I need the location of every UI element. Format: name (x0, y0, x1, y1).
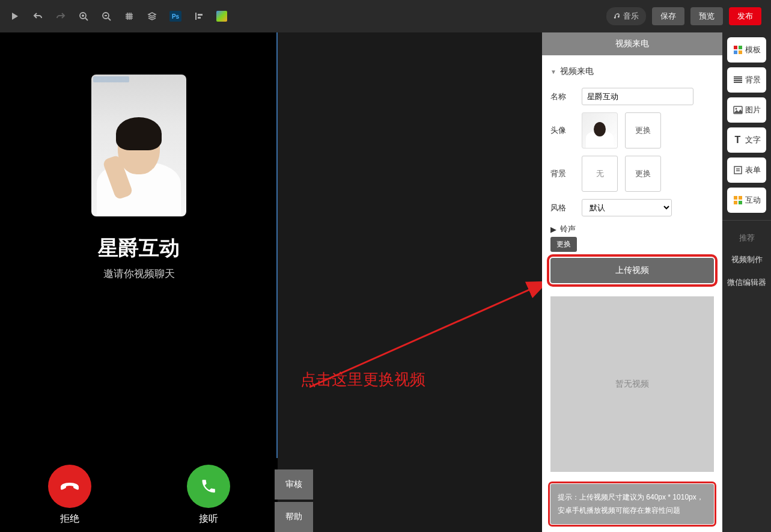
avatar-thumbnail[interactable] (582, 112, 618, 148)
toolbar-icons-group: Ps (10, 11, 227, 22)
phone-preview[interactable]: 星爵互动 邀请你视频聊天 (0, 32, 278, 489)
recommend-label: 推荐 (722, 228, 771, 248)
section-toggle[interactable]: ▼视频来电 (550, 63, 714, 81)
canvas-area: 星爵互动 邀请你视频聊天 拒绝 接听 点击这里更换视频 审核 帮助 (0, 32, 542, 532)
help-button[interactable]: 帮助 (275, 502, 313, 532)
undo-icon[interactable] (32, 11, 43, 22)
sidebar-item-background[interactable]: 背景 (727, 67, 766, 93)
reject-button[interactable] (48, 465, 91, 508)
avatar-row: 头像 更换 (550, 112, 714, 148)
section-title-text: 视频来电 (560, 66, 594, 77)
sidebar-item-interact[interactable]: 互动 (727, 188, 766, 213)
avatar-change-button[interactable]: 更换 (625, 112, 661, 148)
name-input[interactable] (582, 88, 693, 105)
zoom-out-icon[interactable] (101, 11, 112, 22)
background-none-box[interactable]: 无 (582, 156, 618, 192)
right-sidebar: 模板 背景 图片 T文字 表单 互动 推荐 视频制作 微信编辑器 (722, 32, 771, 532)
style-row: 风格 默认 (550, 199, 714, 216)
align-icon[interactable] (194, 11, 204, 22)
name-label: 名称 (550, 91, 574, 102)
preview-button[interactable]: 预览 (690, 7, 723, 25)
hangup-icon (59, 482, 80, 491)
toolbar-right-group: 音乐 保存 预览 发布 (606, 7, 761, 25)
ringtone-row[interactable]: ▶铃声 (550, 224, 714, 234)
review-button[interactable]: 审核 (275, 469, 313, 500)
text-icon: T (733, 135, 743, 145)
sidebar-item-image[interactable]: 图片 (727, 97, 766, 123)
redo-icon (55, 11, 66, 22)
form-icon (733, 165, 743, 175)
call-buttons-bar: 拒绝 接听 (0, 458, 278, 532)
svg-point-9 (735, 108, 737, 110)
music-label: 音乐 (623, 11, 639, 22)
play-icon[interactable] (10, 11, 20, 22)
style-label: 风格 (550, 203, 574, 213)
ringtone-label: 铃声 (560, 224, 576, 234)
panel-header: 视频来电 (542, 32, 722, 55)
sidebar-item-template[interactable]: 模板 (727, 37, 766, 63)
grid-icon[interactable] (124, 11, 135, 22)
template-icon (733, 45, 743, 55)
annotation-text: 点击这里更换视频 (300, 369, 425, 390)
svg-line-3 (309, 282, 547, 387)
sidebar-label: 模板 (745, 44, 761, 55)
accept-label: 接听 (199, 513, 218, 525)
svg-rect-12 (739, 196, 742, 200)
ps-icon[interactable]: Ps (169, 11, 181, 22)
interact-icon (733, 195, 743, 205)
zoom-in-icon[interactable] (78, 11, 89, 22)
accept-button[interactable] (187, 465, 230, 508)
style-select[interactable]: 默认 (582, 199, 672, 216)
publish-button[interactable]: 发布 (729, 7, 761, 25)
sidebar-label: 图片 (745, 105, 761, 115)
ringtone-change-button[interactable]: 更换 (550, 237, 577, 252)
sidebar-label: 表单 (745, 165, 761, 176)
save-button[interactable]: 保存 (652, 7, 684, 25)
svg-rect-11 (734, 196, 737, 200)
background-icon (733, 75, 743, 85)
top-toolbar: Ps 音乐 保存 预览 发布 (0, 0, 771, 32)
background-change-button[interactable]: 更换 (625, 156, 661, 192)
play-small-icon: ▶ (550, 225, 556, 234)
avatar-label: 头像 (550, 125, 574, 136)
sidebar-label: 文字 (745, 135, 761, 145)
tip-box: 提示：上传视频尺寸建议为 640px * 1010px，安卓手机播放视频可能存在… (550, 484, 714, 524)
music-button[interactable]: 音乐 (606, 7, 646, 25)
sidebar-divider (722, 220, 771, 221)
video-placeholder: 暂无视频 (550, 296, 714, 472)
svg-rect-10 (734, 167, 742, 174)
accept-column: 接听 (139, 458, 278, 532)
side-action-buttons: 审核 帮助 (275, 467, 313, 532)
reject-label: 拒绝 (60, 513, 79, 525)
svg-rect-13 (734, 201, 737, 204)
svg-rect-14 (739, 201, 742, 204)
caller-name: 星爵互动 (0, 234, 278, 262)
panel-body: ▼视频来电 名称 头像 更换 背景 无 更换 风格 默认 ▶铃声 更换 上传视频 (542, 55, 722, 531)
phone-icon (200, 478, 217, 495)
svg-rect-4 (734, 46, 737, 49)
svg-rect-6 (734, 50, 737, 54)
collapse-icon: ▼ (550, 69, 556, 75)
caller-avatar-image (91, 75, 186, 216)
upload-video-button[interactable]: 上传视频 (550, 258, 714, 283)
background-row: 背景 无 更换 (550, 156, 714, 192)
call-subtitle: 邀请你视频聊天 (0, 267, 278, 281)
layers-icon[interactable] (147, 11, 157, 22)
sidebar-label: 互动 (745, 195, 761, 206)
svg-rect-5 (739, 46, 742, 49)
properties-panel: 视频来电 ▼视频来电 名称 头像 更换 背景 无 更换 风格 默认 ▶铃声 更换 (542, 32, 722, 532)
svg-rect-7 (739, 50, 742, 54)
reject-column: 拒绝 (0, 458, 139, 532)
sidebar-label: 背景 (745, 75, 761, 85)
gradient-icon[interactable] (216, 11, 227, 22)
sidebar-item-form[interactable]: 表单 (727, 157, 766, 183)
sidebar-item-text[interactable]: T文字 (727, 127, 766, 153)
image-icon (733, 105, 743, 115)
name-row: 名称 (550, 88, 714, 105)
sidebar-link-video-maker[interactable]: 视频制作 (722, 248, 771, 271)
sidebar-link-wechat-editor[interactable]: 微信编辑器 (722, 271, 771, 294)
background-label: 背景 (550, 168, 574, 179)
